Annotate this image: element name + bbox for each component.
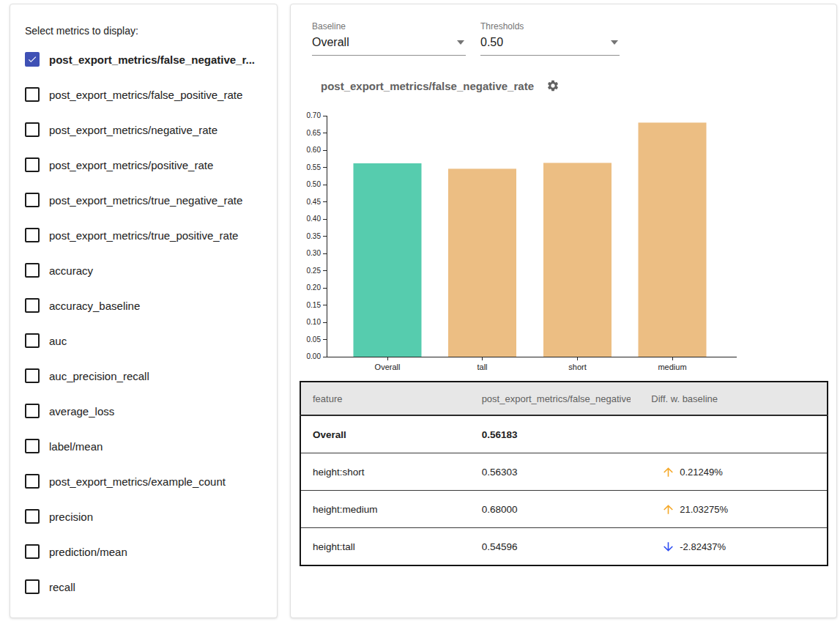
metric-label: label/mean [49,440,103,453]
metric-checkbox-row[interactable]: auc [10,323,277,358]
metric-value-cell: 0.54596 [470,528,631,566]
y-tick-label: 0.20 [307,283,321,292]
unchecked-checkbox-icon[interactable] [25,509,40,524]
unchecked-checkbox-icon[interactable] [25,228,40,242]
metric-checkbox-row[interactable]: prediction/mean [10,534,277,569]
metric-detail-panel: Baseline Overall Thresholds 0.50 post_ex… [290,4,837,618]
col-header-feature: feature [300,382,470,415]
y-tick-label: 0.50 [307,180,321,188]
metric-value-cell: 0.68000 [470,491,631,528]
feature-cell: Overall [300,415,470,453]
unchecked-checkbox-icon[interactable] [25,157,40,172]
metric-value-cell: 0.56183 [470,415,631,453]
chevron-down-icon [611,40,618,45]
metric-label: post_export_metrics/false_positive_rate [49,89,242,101]
metric-label: auc_precision_recall [49,370,149,382]
metric-checkbox-row[interactable]: post_export_metrics/false_positive_rate [10,77,277,112]
metric-label: post_export_metrics/example_count [49,475,226,488]
table-row[interactable]: height:tall0.54596-2.82437% [300,528,828,566]
checked-checkbox-icon[interactable] [25,52,40,67]
y-tick-label: 0.45 [307,198,321,206]
unchecked-checkbox-icon[interactable] [25,439,40,453]
chevron-down-icon [457,40,464,45]
metric-checkbox-row[interactable]: post_export_metrics/negative_rate [10,112,277,147]
metric-selector-panel: Select metrics to display: post_export_m… [10,4,278,618]
bar-Overall[interactable] [354,163,422,357]
metric-label: post_export_metrics/true_negative_rate [49,194,242,207]
y-tick-label: 0.55 [307,163,321,171]
y-tick-label: 0.15 [307,301,321,309]
x-tick-label: Overall [375,363,401,371]
metric-checkbox-row[interactable]: post_export_metrics/true_positive_rate [10,218,277,253]
unchecked-checkbox-icon[interactable] [25,544,40,559]
metric-selector-title: Select metrics to display: [25,25,138,37]
baseline-select-value[interactable]: Overall [312,34,466,56]
diff-cell: 21.03275% [631,491,828,528]
arrow-down-icon [661,540,675,554]
thresholds-select-value[interactable]: 0.50 [480,34,620,56]
metric-checkbox-row[interactable]: accuracy_baseline [10,288,277,323]
diff-cell [631,415,828,453]
thresholds-select[interactable]: Thresholds 0.50 [480,21,620,56]
x-tick-label: tall [477,363,487,371]
diff-value: 0.21249% [680,467,723,478]
gear-icon[interactable] [546,79,560,92]
table-row[interactable]: Overall0.56183 [300,415,828,453]
metric-checkbox-list: post_export_metrics/false_negative_r...p… [10,42,277,604]
baseline-select[interactable]: Baseline Overall [312,21,466,56]
col-header-metric: post_export_metrics/false_negative_rat..… [470,382,631,415]
false-negative-rate-bar-chart: 0.000.050.100.150.200.250.300.350.400.45… [305,111,788,382]
y-tick-label: 0.25 [307,267,321,275]
unchecked-checkbox-icon[interactable] [25,579,40,594]
diff-cell: -2.82437% [631,528,828,566]
unchecked-checkbox-icon[interactable] [25,404,40,418]
baseline-select-label: Baseline [312,21,466,31]
metric-value-cell: 0.56303 [470,453,631,491]
metric-label: recall [49,581,75,593]
unchecked-checkbox-icon[interactable] [25,333,40,348]
metric-checkbox-row[interactable]: post_export_metrics/example_count [10,464,277,499]
metric-label: post_export_metrics/negative_rate [49,124,218,136]
metric-label: precision [49,511,93,523]
bar-short[interactable] [543,163,612,357]
y-tick-label: 0.35 [307,232,321,240]
y-tick-label: 0.40 [307,215,321,223]
metric-checkbox-row[interactable]: precision [10,499,277,534]
metric-label: accuracy_baseline [49,300,140,312]
unchecked-checkbox-icon[interactable] [25,87,40,102]
metric-checkbox-row[interactable]: accuracy [10,253,277,288]
unchecked-checkbox-icon[interactable] [25,122,40,137]
diff-value: 21.03275% [680,504,728,515]
unchecked-checkbox-icon[interactable] [25,474,40,489]
unchecked-checkbox-icon[interactable] [25,298,40,313]
metric-label: post_export_metrics/positive_rate [49,159,213,171]
feature-cell: height:medium [300,491,470,528]
metric-checkbox-row[interactable]: post_export_metrics/false_negative_r... [10,42,277,77]
y-tick-label: 0.60 [307,146,321,154]
y-tick-label: 0.00 [307,352,321,360]
feature-cell: height:tall [300,528,470,566]
metric-checkbox-row[interactable]: post_export_metrics/positive_rate [10,147,277,182]
metric-checkbox-row[interactable]: auc_precision_recall [10,358,277,393]
y-tick-label: 0.65 [307,129,321,137]
metric-checkbox-row[interactable]: recall [10,569,277,604]
bar-tall[interactable] [448,168,516,357]
unchecked-checkbox-icon[interactable] [25,263,40,278]
metrics-table: feature post_export_metrics/false_negati… [300,381,828,566]
unchecked-checkbox-icon[interactable] [25,368,40,383]
bar-medium[interactable] [639,122,707,357]
y-tick-label: 0.70 [307,111,321,119]
thresholds-select-label: Thresholds [480,21,620,31]
metric-checkbox-row[interactable]: post_export_metrics/true_negative_rate [10,182,277,218]
col-header-diff: Diff. w. baseline [631,382,828,415]
y-tick-label: 0.05 [307,335,321,344]
metric-label: accuracy [49,264,93,277]
x-tick-label: medium [658,363,686,371]
unchecked-checkbox-icon[interactable] [25,193,40,207]
metric-label: post_export_metrics/true_positive_rate [49,229,238,242]
table-row[interactable]: height:short0.563030.21249% [300,453,828,491]
metric-checkbox-row[interactable]: average_loss [10,393,277,428]
metric-checkbox-row[interactable]: label/mean [10,428,277,464]
diff-cell: 0.21249% [631,453,828,491]
table-row[interactable]: height:medium0.6800021.03275% [300,491,828,528]
